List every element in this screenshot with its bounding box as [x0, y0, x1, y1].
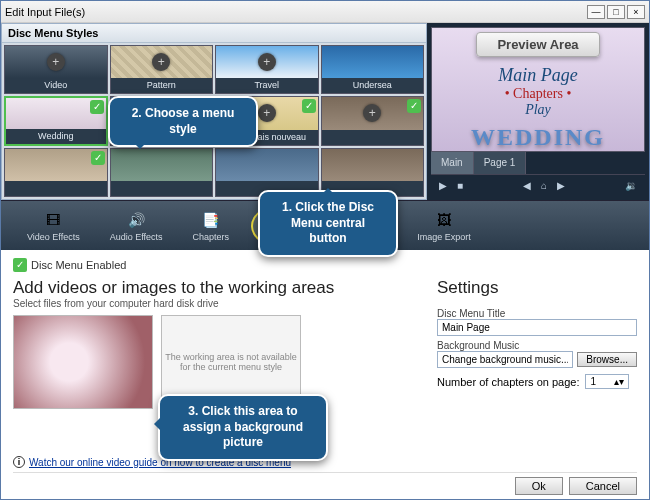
- tool-audio-effects[interactable]: 🔊Audio Effects: [104, 208, 169, 244]
- style-item-pattern[interactable]: +Pattern: [110, 45, 214, 94]
- upper-panel: Disc Menu Styles +Video +Pattern +Travel…: [1, 23, 649, 200]
- playback-controls: ▶ ■ ◀ ⌂ ▶ 🔉: [431, 174, 645, 196]
- disc-menu-enabled-row[interactable]: ✓ Disc Menu Enabled: [13, 256, 637, 278]
- preview-play: Play: [498, 102, 577, 118]
- prev-icon[interactable]: ◀: [523, 180, 531, 191]
- style-item-video[interactable]: +Video: [4, 45, 108, 94]
- check-icon: ✓: [13, 258, 27, 272]
- edit-input-files-window: Edit Input File(s) — □ × Disc Menu Style…: [0, 0, 650, 500]
- callout-1: 1. Click the Disc Menu central button: [258, 190, 398, 257]
- callout-3: 3. Click this area to assign a backgroun…: [158, 394, 328, 461]
- preview-area-label: Preview Area: [476, 32, 599, 57]
- cancel-button[interactable]: Cancel: [569, 477, 637, 495]
- callout-2: 2. Choose a menu style: [108, 96, 258, 147]
- selected-badge-icon: ✓: [90, 100, 104, 114]
- selected-badge-icon: ✓: [91, 151, 105, 165]
- bg-music-input[interactable]: [437, 351, 573, 368]
- maximize-button[interactable]: □: [607, 5, 625, 19]
- style-item[interactable]: ✓+: [321, 96, 425, 145]
- style-item-wedding[interactable]: ✓Wedding: [4, 96, 108, 145]
- titlebar: Edit Input File(s) — □ ×: [1, 1, 649, 23]
- info-icon: i: [13, 456, 25, 468]
- preview-chapters: Chapters: [498, 86, 577, 102]
- preview-banner: WEDDING: [471, 124, 605, 151]
- ok-button[interactable]: Ok: [515, 477, 563, 495]
- tool-image-export[interactable]: 🖼Image Export: [411, 208, 477, 244]
- settings-heading: Settings: [437, 278, 637, 298]
- minimize-button[interactable]: —: [587, 5, 605, 19]
- style-item-travel[interactable]: +Travel: [215, 45, 319, 94]
- chapters-icon: 📑: [199, 210, 223, 230]
- add-icon: +: [47, 53, 65, 71]
- image-export-icon: 🖼: [432, 210, 456, 230]
- tool-chapters[interactable]: 📑Chapters: [187, 208, 236, 244]
- working-area-1[interactable]: [13, 315, 153, 409]
- disc-menu-title-input[interactable]: [437, 319, 637, 336]
- working-heading: Add videos or images to the working area…: [13, 278, 425, 298]
- tool-video-effects[interactable]: 🎞Video Effects: [21, 208, 86, 244]
- preview-panel: Preview Area Main Page Chapters Play WED…: [427, 23, 649, 200]
- lower-panel: ✓ Disc Menu Enabled Add videos or images…: [1, 250, 649, 499]
- num-chapters-label: Number of chapters on page:: [437, 376, 579, 388]
- preview-main-page: Main Page: [498, 65, 577, 86]
- browse-button[interactable]: Browse...: [577, 352, 637, 367]
- selected-badge-icon: ✓: [302, 99, 316, 113]
- working-sub: Select files from your computer hard dis…: [13, 298, 425, 309]
- style-item[interactable]: ✓: [4, 148, 108, 197]
- add-icon: +: [363, 104, 381, 122]
- style-item[interactable]: [110, 148, 214, 197]
- styles-header: Disc Menu Styles: [2, 24, 426, 43]
- add-icon: +: [152, 53, 170, 71]
- next-icon[interactable]: ▶: [557, 180, 565, 191]
- num-chapters-spinner[interactable]: 1▴▾: [585, 374, 629, 389]
- dialog-buttons: Ok Cancel: [13, 472, 637, 495]
- close-button[interactable]: ×: [627, 5, 645, 19]
- style-item-undersea[interactable]: Undersea: [321, 45, 425, 94]
- audio-effects-icon: 🔊: [124, 210, 148, 230]
- add-icon: +: [258, 53, 276, 71]
- tab-page1[interactable]: Page 1: [474, 152, 527, 174]
- tab-main[interactable]: Main: [431, 152, 474, 174]
- stop-icon[interactable]: ■: [457, 180, 463, 191]
- video-effects-icon: 🎞: [41, 210, 65, 230]
- play-icon[interactable]: ▶: [439, 180, 447, 191]
- preview-menu-text: Main Page Chapters Play: [498, 65, 577, 118]
- spinner-arrows-icon: ▴▾: [614, 376, 624, 387]
- preview-area: Preview Area Main Page Chapters Play WED…: [431, 27, 645, 152]
- disc-menu-enabled-label: Disc Menu Enabled: [31, 259, 126, 271]
- volume-icon[interactable]: 🔉: [625, 180, 637, 191]
- add-icon: +: [258, 104, 276, 122]
- selected-badge-icon: ✓: [407, 99, 421, 113]
- window-title: Edit Input File(s): [5, 6, 585, 18]
- settings-column: Settings Disc Menu Title Background Musi…: [437, 278, 637, 472]
- preview-tabs: Main Page 1: [431, 152, 645, 174]
- bg-music-label: Background Music: [437, 340, 637, 351]
- title-label: Disc Menu Title: [437, 308, 637, 319]
- home-icon[interactable]: ⌂: [541, 180, 547, 191]
